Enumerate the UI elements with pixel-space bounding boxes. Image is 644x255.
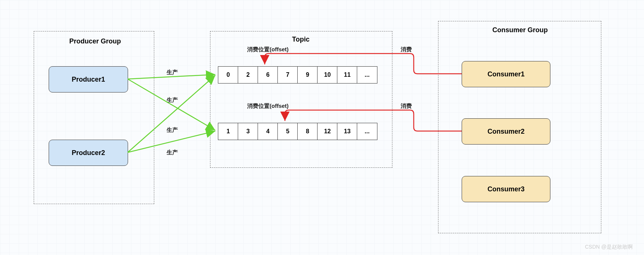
consumer-3: Consumer3 bbox=[462, 176, 550, 202]
offset-label-0: 消费位置(offset) bbox=[247, 46, 289, 53]
producer-group-box bbox=[34, 31, 154, 204]
queue-0-cell-4: 9 bbox=[297, 66, 318, 84]
queue-1-cell-4: 8 bbox=[297, 123, 318, 140]
topic-group-title: Topic bbox=[292, 36, 310, 43]
produce-label-3: 生产 bbox=[167, 149, 178, 156]
consumer-1: Consumer1 bbox=[462, 61, 550, 87]
queue-1-cell-6: 13 bbox=[337, 123, 358, 140]
consumer-3-label: Consumer3 bbox=[487, 185, 525, 193]
topic-group-box bbox=[210, 31, 392, 168]
queue-1-cell-7: ... bbox=[357, 123, 377, 140]
producer-2: Producer2 bbox=[49, 140, 128, 166]
produce-label-0: 生产 bbox=[167, 69, 178, 76]
queue-1-cell-2: 4 bbox=[258, 123, 278, 140]
queue-0-cell-3: 7 bbox=[277, 66, 298, 84]
producer-1: Producer1 bbox=[49, 66, 128, 92]
consumer-2: Consumer2 bbox=[462, 118, 550, 145]
watermark: CSDN @是赵敢敢啊 bbox=[585, 244, 633, 251]
consume-label-1: 消费 bbox=[401, 103, 412, 110]
queue-1-cell-1: 3 bbox=[238, 123, 258, 140]
producer-1-label: Producer1 bbox=[72, 76, 105, 84]
produce-label-2: 生产 bbox=[167, 127, 178, 134]
queue-1-cell-0: 1 bbox=[218, 123, 239, 140]
queue-0-cell-5: 10 bbox=[317, 66, 338, 84]
queue-0-cell-0: 0 bbox=[218, 66, 239, 84]
queue-0-cell-6: 11 bbox=[337, 66, 358, 84]
consumer-group-title: Consumer Group bbox=[492, 26, 548, 34]
offset-label-1: 消费位置(offset) bbox=[247, 103, 289, 110]
produce-label-1: 生产 bbox=[167, 97, 178, 104]
queue-0-cell-2: 6 bbox=[258, 66, 278, 84]
queue-1-cell-5: 12 bbox=[317, 123, 338, 140]
queue-0-cell-7: ... bbox=[357, 66, 377, 84]
producer-2-label: Producer2 bbox=[72, 149, 105, 157]
producer-group-title: Producer Group bbox=[69, 37, 121, 45]
consumer-2-label: Consumer2 bbox=[487, 128, 525, 136]
queue-0-cell-1: 2 bbox=[238, 66, 258, 84]
consume-label-0: 消费 bbox=[401, 46, 412, 53]
consumer-1-label: Consumer1 bbox=[487, 70, 525, 78]
queue-1-cell-3: 5 bbox=[277, 123, 298, 140]
